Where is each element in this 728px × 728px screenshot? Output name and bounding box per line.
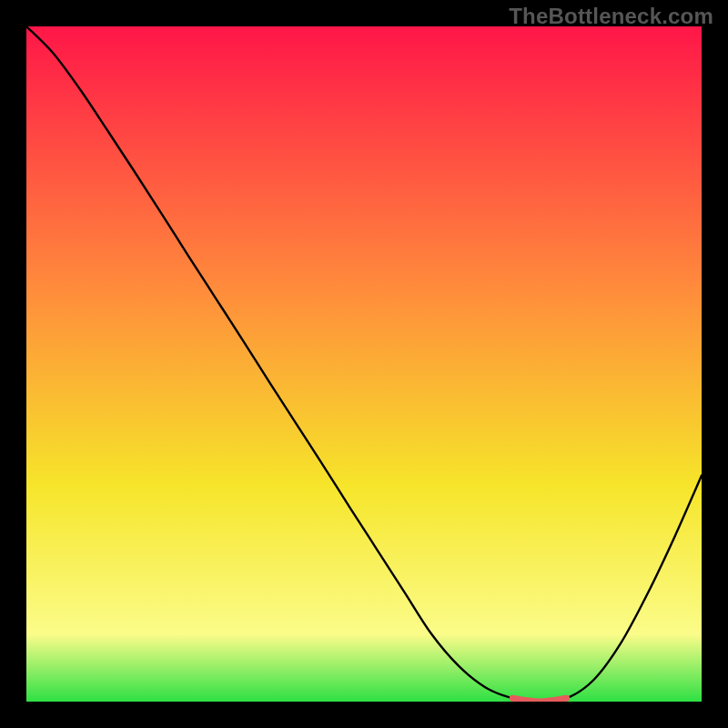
curve-minimum-highlight (512, 698, 566, 702)
bottleneck-chart (26, 26, 702, 702)
gradient-background (26, 26, 702, 702)
chart-frame: TheBottleneck.com (0, 0, 728, 728)
watermark-text: TheBottleneck.com (509, 4, 713, 29)
